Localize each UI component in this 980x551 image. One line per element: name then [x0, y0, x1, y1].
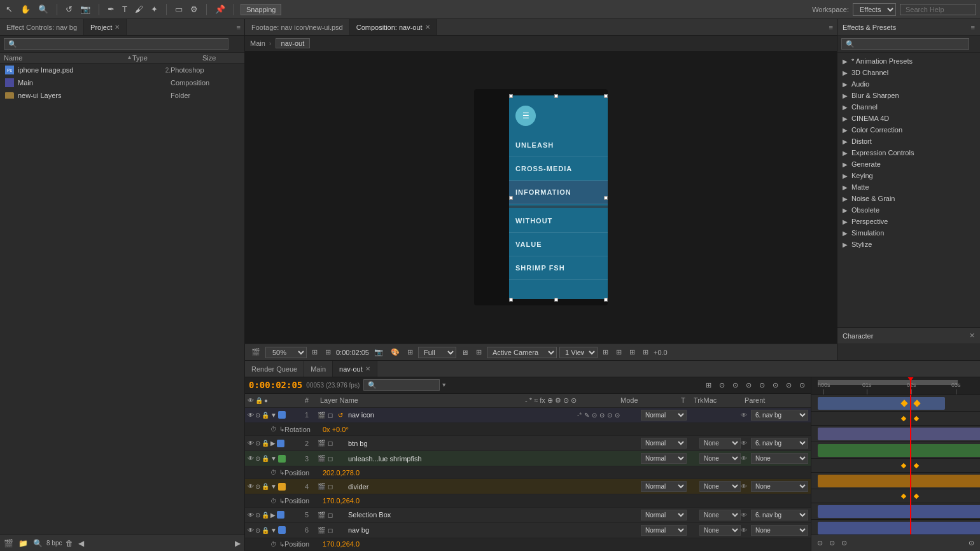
sub-property-value[interactable]: 170.0,264.0	[323, 540, 360, 548]
effects-search-input[interactable]	[841, 38, 969, 50]
tab-nav-out[interactable]: nav-out ✕	[333, 361, 377, 377]
tl-ctrl-5[interactable]: ⊙	[757, 380, 767, 391]
track-ruler[interactable]: h00s 01s 02s 03s	[811, 377, 980, 395]
tab-render-queue[interactable]: Render Queue	[245, 361, 304, 377]
track-bar-2[interactable]	[818, 428, 980, 440]
comp-monitor-icon[interactable]: 🖥	[459, 348, 471, 357]
keyframe-pos4b[interactable]	[914, 494, 919, 499]
sub-stopwatch-icon[interactable]: ⏱	[270, 541, 277, 548]
project-folder-icon[interactable]: 📁	[17, 538, 29, 549]
panel-menu-icon[interactable]: ≡	[233, 24, 244, 31]
layer-solo-icon[interactable]: ⊙	[255, 527, 260, 534]
comp-resize-icon[interactable]: ⊞	[309, 347, 320, 357]
comp-grid2-icon[interactable]: ⊞	[473, 347, 484, 357]
layer-lock-icon[interactable]: 🔒	[262, 455, 269, 462]
layer-trk-select[interactable]: None	[699, 453, 741, 464]
layer-eye2-icon[interactable]: 👁	[741, 512, 751, 519]
layer-eye2-icon[interactable]: 👁	[741, 412, 751, 419]
list-item[interactable]: Ps iphone Image.psd 2. Photoshop	[0, 64, 244, 76]
layer-solo-icon[interactable]: ⊙	[255, 483, 260, 490]
selection-tool-icon[interactable]: ↖	[4, 3, 15, 15]
effects-item[interactable]: ▶ Matte	[837, 181, 980, 193]
list-item[interactable]: Main Composition	[0, 76, 244, 89]
layer-expand-icon[interactable]: ▼	[270, 455, 277, 462]
effects-item[interactable]: ▶ Generate	[837, 158, 980, 170]
layer-parent-select[interactable]: None	[751, 525, 808, 536]
layer-eye-icon[interactable]: 👁	[248, 440, 254, 447]
tl-ctrl-7[interactable]: ⊙	[784, 380, 794, 391]
keyframe-pos3b[interactable]	[914, 463, 919, 468]
camera-tool-icon[interactable]: 📷	[78, 3, 92, 15]
tl-bottom-2[interactable]: ⊙	[827, 538, 837, 548]
effects-item[interactable]: ▶ CINEMA 4D	[837, 113, 980, 124]
track-bar-4[interactable]	[818, 475, 980, 487]
layer-trk-select[interactable]: None	[699, 481, 741, 492]
layer-lock-icon[interactable]: 🔒	[262, 527, 269, 534]
tab-project[interactable]: Project ✕	[84, 19, 127, 35]
text-tool-icon[interactable]: T	[120, 3, 129, 15]
effects-item[interactable]: ▶ Color Correction	[837, 124, 980, 136]
list-item[interactable]: new-ui Layers Folder	[0, 89, 244, 102]
layer-trk-select[interactable]: None	[699, 438, 741, 449]
layer-mode-select[interactable]: Normal	[641, 525, 687, 536]
zoom-select[interactable]: 50%	[265, 347, 307, 358]
layer-mode-select[interactable]: Normal	[641, 510, 687, 520]
effects-item[interactable]: ▶ Channel	[837, 101, 980, 113]
keyframe-rot[interactable]	[901, 416, 906, 421]
tl-ctrl-6[interactable]: ⊙	[771, 380, 780, 391]
layer-trk-select[interactable]: None	[699, 525, 741, 536]
comp-viewer[interactable]: ☰ UNLEASH CROSS-MEDIA INFORMATION WITHOU…	[245, 51, 837, 344]
effects-item[interactable]: ▶ Blur & Sharpen	[837, 90, 980, 101]
layer-row[interactable]: 👁 ⊙ 🔒 ▶ 5 🎬 ◻ Selection Box Normal	[245, 508, 811, 523]
layer-solo-icon[interactable]: ⊙	[255, 440, 260, 447]
comp-grid-icon[interactable]: ⊞	[323, 347, 333, 357]
breadcrumb-current[interactable]: nav-out	[276, 38, 311, 48]
comp-3d-icon[interactable]: ⊞	[405, 347, 416, 357]
comp-panel-menu[interactable]: ≡	[825, 24, 837, 31]
layer-row[interactable]: 👁 ⊙ 🔒 ▶ 2 🎬 ◻ btn bg Normal	[245, 436, 811, 451]
layer-row[interactable]: 👁 ⊙ 🔒 ▼ 3 🎬 ◻ unleash...lue shrimpfish N…	[245, 451, 811, 466]
effects-item[interactable]: ▶ Noise & Grain	[837, 193, 980, 204]
layer-solo-icon[interactable]: ⊙	[255, 455, 260, 462]
project-trash-icon[interactable]: 🗑	[64, 538, 74, 549]
camera-select[interactable]: Active Camera	[487, 347, 557, 358]
keyframe-pos4[interactable]	[901, 494, 906, 499]
layer-expand-icon[interactable]: ▶	[270, 512, 276, 519]
effects-item[interactable]: ▶ Stylize	[837, 239, 980, 250]
layer-solo-icon[interactable]: ⊙	[255, 412, 260, 419]
layer-trk-select[interactable]: None	[699, 510, 741, 520]
comp-plus-icon[interactable]: ⊞	[627, 347, 638, 357]
effects-item[interactable]: ▶ * Animation Presets	[837, 55, 980, 67]
sub-stopwatch-icon[interactable]: ⏱	[270, 469, 277, 476]
comp-camera-icon[interactable]: 📷	[372, 347, 386, 357]
tl-ctrl-2[interactable]: ⊙	[717, 380, 727, 391]
layer-eye2-icon[interactable]: 👁	[741, 455, 751, 462]
tab-effect-controls[interactable]: Effect Controls: nav bg	[0, 19, 84, 35]
quality-select[interactable]: Full	[418, 347, 456, 358]
search-dropdown-icon[interactable]: ▼	[441, 382, 447, 388]
character-close-icon[interactable]: ✕	[969, 331, 975, 340]
layer-icon-c[interactable]: ⊙	[592, 412, 597, 419]
effects-item[interactable]: ▶ Simulation	[837, 227, 980, 239]
view-select[interactable]: 1 View	[559, 347, 598, 358]
hand-tool-icon[interactable]: ✋	[18, 3, 32, 15]
layer-expand-icon[interactable]: ▼	[270, 483, 277, 490]
tab-composition[interactable]: Composition: nav-out ✕	[350, 19, 437, 35]
pen-tool-icon[interactable]: ✒	[106, 3, 116, 15]
layer-icon-b[interactable]: ✎	[584, 412, 589, 419]
tl-ctrl-1[interactable]: ⊞	[704, 380, 713, 391]
layer-expand-icon[interactable]: ▼	[270, 412, 277, 419]
workspace-select[interactable]: Effects	[853, 3, 896, 16]
layer-eye2-icon[interactable]: 👁	[741, 440, 751, 447]
project-search-input[interactable]	[4, 38, 228, 50]
effects-item[interactable]: ▶ Audio	[837, 78, 980, 90]
layer-lock-icon[interactable]: 🔒	[262, 483, 269, 490]
clone-tool-icon[interactable]: ✦	[149, 3, 160, 15]
tl-ctrl-3[interactable]: ⊙	[731, 380, 740, 391]
layer-expand-icon[interactable]: ▼	[270, 527, 277, 534]
layer-eye-icon[interactable]: 👁	[248, 483, 254, 490]
shape-tool-icon[interactable]: ▭	[173, 3, 185, 15]
snapping-button[interactable]: Snapping	[241, 4, 282, 15]
keyframe-pos3[interactable]	[901, 463, 906, 468]
project-next-icon[interactable]: ▶	[234, 538, 242, 549]
